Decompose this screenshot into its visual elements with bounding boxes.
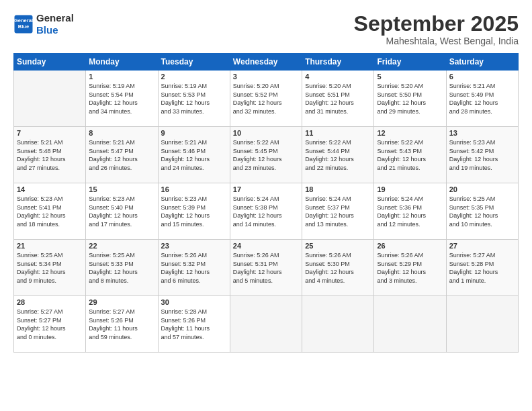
day-number: 16 [161,185,227,193]
day-number: 17 [233,185,299,193]
day-number: 15 [89,185,154,193]
day-number: 29 [89,298,154,306]
cell-2-3: 9Sunrise: 5:21 AM Sunset: 5:46 PM Daylig… [158,127,230,183]
cell-info: Sunrise: 5:21 AM Sunset: 5:47 PM Dayligh… [89,138,154,172]
cell-info: Sunrise: 5:23 AM Sunset: 5:42 PM Dayligh… [449,138,515,172]
cell-1-5: 4Sunrise: 5:20 AM Sunset: 5:51 PM Daylig… [302,71,374,127]
cell-info: Sunrise: 5:22 AM Sunset: 5:44 PM Dayligh… [305,138,371,172]
logo-text: General Blue [36,12,74,36]
week-row-5: 28Sunrise: 5:27 AM Sunset: 5:27 PM Dayli… [14,296,519,353]
cell-2-1: 7Sunrise: 5:21 AM Sunset: 5:48 PM Daylig… [14,127,86,183]
cell-2-5: 11Sunrise: 5:22 AM Sunset: 5:44 PM Dayli… [302,127,374,183]
cell-info: Sunrise: 5:26 AM Sunset: 5:31 PM Dayligh… [233,251,299,285]
day-number: 18 [305,185,371,193]
page: General Blue General Blue September 2025… [0,0,532,411]
cell-info: Sunrise: 5:24 AM Sunset: 5:36 PM Dayligh… [377,195,443,228]
cell-4-2: 22Sunrise: 5:25 AM Sunset: 5:33 PM Dayli… [86,240,158,296]
cell-3-2: 15Sunrise: 5:23 AM Sunset: 5:40 PM Dayli… [86,183,158,240]
day-number: 23 [161,242,227,250]
cell-4-3: 23Sunrise: 5:26 AM Sunset: 5:32 PM Dayli… [158,240,230,296]
day-number: 3 [233,73,299,81]
cell-3-4: 17Sunrise: 5:24 AM Sunset: 5:38 PM Dayli… [230,183,302,240]
cell-info: Sunrise: 5:26 AM Sunset: 5:30 PM Dayligh… [305,251,371,285]
cell-info: Sunrise: 5:23 AM Sunset: 5:39 PM Dayligh… [161,195,227,228]
day-number: 28 [17,298,83,306]
day-number: 25 [305,242,371,250]
cell-4-5: 25Sunrise: 5:26 AM Sunset: 5:30 PM Dayli… [302,240,374,296]
col-saturday: Saturday [446,54,518,71]
cell-3-1: 14Sunrise: 5:23 AM Sunset: 5:41 PM Dayli… [14,183,86,240]
cell-info: Sunrise: 5:21 AM Sunset: 5:48 PM Dayligh… [17,138,83,172]
week-row-1: 1Sunrise: 5:19 AM Sunset: 5:54 PM Daylig… [14,71,519,127]
cell-info: Sunrise: 5:24 AM Sunset: 5:37 PM Dayligh… [305,195,371,228]
cell-1-2: 1Sunrise: 5:19 AM Sunset: 5:54 PM Daylig… [86,71,158,127]
svg-text:Blue: Blue [18,24,29,30]
cell-5-4 [230,296,302,353]
cell-1-6: 5Sunrise: 5:20 AM Sunset: 5:50 PM Daylig… [374,71,446,127]
cell-4-4: 24Sunrise: 5:26 AM Sunset: 5:31 PM Dayli… [230,240,302,296]
cell-3-7: 20Sunrise: 5:25 AM Sunset: 5:35 PM Dayli… [446,183,518,240]
cell-3-6: 19Sunrise: 5:24 AM Sunset: 5:36 PM Dayli… [374,183,446,240]
day-number: 2 [161,73,227,81]
calendar-table: Sunday Monday Tuesday Wednesday Thursday… [13,53,519,353]
cell-3-3: 16Sunrise: 5:23 AM Sunset: 5:39 PM Dayli… [158,183,230,240]
logo-blue: Blue [36,24,58,36]
day-number: 13 [449,129,515,137]
month-title: September 2025 [354,12,519,36]
location: Maheshtala, West Bengal, India [354,36,519,46]
week-row-2: 7Sunrise: 5:21 AM Sunset: 5:48 PM Daylig… [14,127,519,183]
day-number: 10 [233,129,299,137]
day-number: 7 [17,129,83,137]
cell-5-7 [446,296,518,353]
cell-5-5 [302,296,374,353]
cell-2-2: 8Sunrise: 5:21 AM Sunset: 5:47 PM Daylig… [86,127,158,183]
cell-info: Sunrise: 5:20 AM Sunset: 5:52 PM Dayligh… [233,82,299,116]
day-number: 9 [161,129,227,137]
cell-5-1: 28Sunrise: 5:27 AM Sunset: 5:27 PM Dayli… [14,296,86,353]
cell-info: Sunrise: 5:27 AM Sunset: 5:28 PM Dayligh… [449,251,515,285]
day-number: 20 [449,185,515,193]
svg-text:General: General [14,17,33,24]
cell-4-7: 27Sunrise: 5:27 AM Sunset: 5:28 PM Dayli… [446,240,518,296]
title-block: September 2025 Maheshtala, West Bengal, … [354,12,519,46]
cell-2-7: 13Sunrise: 5:23 AM Sunset: 5:42 PM Dayli… [446,127,518,183]
cell-4-1: 21Sunrise: 5:25 AM Sunset: 5:34 PM Dayli… [14,240,86,296]
cell-5-3: 30Sunrise: 5:28 AM Sunset: 5:26 PM Dayli… [158,296,230,353]
cell-info: Sunrise: 5:22 AM Sunset: 5:45 PM Dayligh… [233,138,299,172]
cell-info: Sunrise: 5:26 AM Sunset: 5:29 PM Dayligh… [377,251,443,285]
cell-2-4: 10Sunrise: 5:22 AM Sunset: 5:45 PM Dayli… [230,127,302,183]
cell-4-6: 26Sunrise: 5:26 AM Sunset: 5:29 PM Dayli… [374,240,446,296]
week-row-3: 14Sunrise: 5:23 AM Sunset: 5:41 PM Dayli… [14,183,519,240]
col-tuesday: Tuesday [158,54,230,71]
cell-info: Sunrise: 5:21 AM Sunset: 5:49 PM Dayligh… [449,82,515,116]
col-thursday: Thursday [302,54,374,71]
cell-info: Sunrise: 5:23 AM Sunset: 5:41 PM Dayligh… [17,195,83,228]
cell-3-5: 18Sunrise: 5:24 AM Sunset: 5:37 PM Dayli… [302,183,374,240]
day-number: 19 [377,185,443,193]
day-number: 21 [17,242,83,250]
day-number: 27 [449,242,515,250]
day-number: 1 [89,73,154,81]
day-number: 22 [89,242,154,250]
cell-info: Sunrise: 5:19 AM Sunset: 5:54 PM Dayligh… [89,82,154,116]
cell-info: Sunrise: 5:25 AM Sunset: 5:35 PM Dayligh… [449,195,515,228]
day-number: 26 [377,242,443,250]
col-friday: Friday [374,54,446,71]
day-number: 6 [449,73,515,81]
day-number: 8 [89,129,154,137]
header-row: Sunday Monday Tuesday Wednesday Thursday… [14,54,519,71]
cell-1-4: 3Sunrise: 5:20 AM Sunset: 5:52 PM Daylig… [230,71,302,127]
cell-1-7: 6Sunrise: 5:21 AM Sunset: 5:49 PM Daylig… [446,71,518,127]
day-number: 4 [305,73,371,81]
cell-info: Sunrise: 5:26 AM Sunset: 5:32 PM Dayligh… [161,251,227,285]
cell-info: Sunrise: 5:27 AM Sunset: 5:27 PM Dayligh… [17,308,83,341]
day-number: 24 [233,242,299,250]
logo-general: General [36,12,74,24]
cell-info: Sunrise: 5:23 AM Sunset: 5:40 PM Dayligh… [89,195,154,228]
cell-2-6: 12Sunrise: 5:22 AM Sunset: 5:43 PM Dayli… [374,127,446,183]
cell-5-6 [374,296,446,353]
day-number: 14 [17,185,83,193]
cell-info: Sunrise: 5:19 AM Sunset: 5:53 PM Dayligh… [161,82,227,116]
week-row-4: 21Sunrise: 5:25 AM Sunset: 5:34 PM Dayli… [14,240,519,296]
cell-info: Sunrise: 5:20 AM Sunset: 5:50 PM Dayligh… [377,82,443,116]
